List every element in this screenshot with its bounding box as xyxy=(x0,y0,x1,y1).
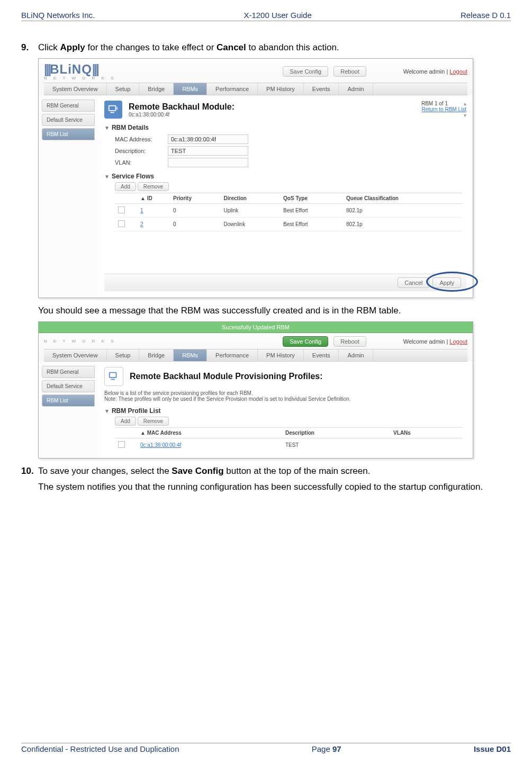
service-flows-table: ▲ ID Priority Direction QoS Type Queue C… xyxy=(115,193,463,231)
tab-system-overview[interactable]: System Overview xyxy=(44,83,107,95)
monitor-icon xyxy=(104,101,122,119)
sidebar-default-service[interactable]: Default Service xyxy=(42,380,95,392)
step-10-number: 10. xyxy=(21,466,38,477)
text-after-step-9: You should see a message that the RBM wa… xyxy=(38,305,511,316)
brand-logo: |||BLiNQ||| N E T W O R K S xyxy=(44,62,116,80)
remove-button[interactable]: Remove xyxy=(138,417,169,426)
sort-icon[interactable]: ▲ xyxy=(140,430,146,436)
tab-admin[interactable]: Admin xyxy=(339,349,373,361)
sidebar-rbm-general[interactable]: RBM General xyxy=(42,100,95,112)
chevron-down-icon[interactable]: ▾ xyxy=(464,112,466,118)
sidebar-rbm-list[interactable]: RBM List xyxy=(42,128,95,140)
step-9: 9. Click Apply for the changes to take e… xyxy=(21,42,511,53)
apply-button[interactable]: Apply xyxy=(432,277,461,288)
content-title: Remote Backhaul Module Provisioning Prof… xyxy=(130,372,323,381)
step-10: 10. To save your changes, select the Sav… xyxy=(21,466,511,477)
welcome-text: Welcome admin | Logout xyxy=(403,338,467,345)
cancel-button[interactable]: Cancel xyxy=(398,277,429,288)
tab-events[interactable]: Events xyxy=(304,349,339,361)
input-description[interactable] xyxy=(168,146,248,156)
input-mac[interactable] xyxy=(168,134,248,144)
logout-link[interactable]: Logout xyxy=(449,68,467,75)
add-button[interactable]: Add xyxy=(115,417,136,426)
chevron-up-icon[interactable]: ▴ xyxy=(464,101,466,106)
svg-rect-0 xyxy=(109,106,116,111)
label-description: Description: xyxy=(115,148,168,154)
monitor-icon xyxy=(104,367,123,386)
profile-desc-line2: Note: These profiles will only be used i… xyxy=(104,396,466,402)
row-checkbox[interactable] xyxy=(118,441,125,448)
doc-header-center: X-1200 User Guide xyxy=(244,11,311,20)
main-nav: System Overview Setup Bridge RBMs Perfor… xyxy=(44,349,467,362)
text-after-step-10: The system notifies you that the running… xyxy=(38,482,511,492)
content-subtitle-mac: 0c:a1:38:00:00:4f xyxy=(129,112,235,118)
label-vlan: VLAN: xyxy=(115,159,168,166)
sidebar-rbm-general[interactable]: RBM General xyxy=(42,366,95,378)
doc-header-left: BLiNQ Networks Inc. xyxy=(21,11,95,20)
sort-icon[interactable]: ▲ xyxy=(140,195,146,201)
tab-admin[interactable]: Admin xyxy=(339,83,373,95)
welcome-text: Welcome admin | Logout xyxy=(403,68,467,75)
doc-header: BLiNQ Networks Inc. X-1200 User Guide Re… xyxy=(21,11,511,21)
doc-footer-right: Issue D01 xyxy=(474,744,511,753)
step-10-text: To save your changes, select the Save Co… xyxy=(38,466,511,477)
tab-events[interactable]: Events xyxy=(304,83,339,95)
sidebar-default-service[interactable]: Default Service xyxy=(42,114,95,126)
success-banner: Sucessfully Updated RBM xyxy=(39,322,473,333)
tab-rbms[interactable]: RBMs xyxy=(174,349,207,361)
save-config-button[interactable]: Save Config xyxy=(283,336,328,347)
step-9-text: Click Apply for the changes to take effe… xyxy=(38,42,511,53)
remove-button[interactable]: Remove xyxy=(138,182,169,191)
section-service-flows: ▼Service Flows xyxy=(104,173,466,180)
tab-pm-history[interactable]: PM History xyxy=(258,83,304,95)
tab-bridge[interactable]: Bridge xyxy=(139,83,174,95)
row-checkbox[interactable] xyxy=(118,220,125,227)
brand-logo: N E T W O R K S xyxy=(44,340,116,344)
section-rbm-details: ▼RBM Details xyxy=(104,124,466,131)
profile-list-table: ▲ MAC Address Description VLANs 0c:a1:38… xyxy=(115,427,463,452)
tab-setup[interactable]: Setup xyxy=(107,349,140,361)
tab-setup[interactable]: Setup xyxy=(107,83,140,95)
mac-link[interactable]: 0c:a1:38:00:00:4f xyxy=(140,442,181,448)
collapse-icon[interactable]: ▼ xyxy=(104,125,110,131)
section-profile-list: ▼RBM Profile List xyxy=(104,407,466,415)
table-row[interactable]: 1 0 Uplink Best Effort 802.1p xyxy=(115,204,463,218)
tab-bridge[interactable]: Bridge xyxy=(139,349,174,361)
svg-rect-1 xyxy=(110,373,116,377)
logout-link[interactable]: Logout xyxy=(449,338,467,345)
sidebar-rbm-list[interactable]: RBM List xyxy=(42,394,95,407)
content-title: Remote Backhaul Module: xyxy=(129,102,235,112)
tab-rbms[interactable]: RBMs xyxy=(174,83,207,95)
tab-performance[interactable]: Performance xyxy=(207,83,258,95)
screenshot-rbm-profiles: Sucessfully Updated RBM N E T W O R K S … xyxy=(38,321,473,459)
doc-footer-left: Confidential - Restricted Use and Duplic… xyxy=(21,744,179,753)
table-row[interactable]: 0c:a1:38:00:00:4f TEST xyxy=(115,438,463,452)
screenshot-rbm-details: |||BLiNQ||| N E T W O R K S Save Config … xyxy=(38,58,473,298)
doc-footer-center: Page 97 xyxy=(312,744,341,753)
tab-pm-history[interactable]: PM History xyxy=(258,349,304,361)
reboot-button[interactable]: Reboot xyxy=(333,66,366,77)
collapse-icon[interactable]: ▼ xyxy=(104,408,110,414)
input-vlan[interactable] xyxy=(168,158,248,167)
label-mac: MAC Address: xyxy=(115,136,168,142)
profile-desc-line1: Below is a list of the service provision… xyxy=(104,390,466,396)
add-button[interactable]: Add xyxy=(115,182,136,191)
table-row[interactable]: 2 0 Downlink Best Effort 802.1p xyxy=(115,218,463,231)
save-config-button[interactable]: Save Config xyxy=(283,66,328,77)
tab-system-overview[interactable]: System Overview xyxy=(44,349,107,361)
tab-performance[interactable]: Performance xyxy=(207,349,258,361)
row-checkbox[interactable] xyxy=(118,206,125,213)
collapse-icon[interactable]: ▼ xyxy=(104,174,110,179)
main-nav: System Overview Setup Bridge RBMs Perfor… xyxy=(44,83,467,95)
reboot-button[interactable]: Reboot xyxy=(333,336,366,347)
doc-footer: Confidential - Restricted Use and Duplic… xyxy=(21,743,511,753)
return-to-list-link[interactable]: Return to RBM List xyxy=(421,106,466,112)
rbm-counter: RBM 1 of 1 xyxy=(421,101,448,106)
doc-header-right: Release D 0.1 xyxy=(461,11,511,20)
step-9-number: 9. xyxy=(21,42,38,53)
